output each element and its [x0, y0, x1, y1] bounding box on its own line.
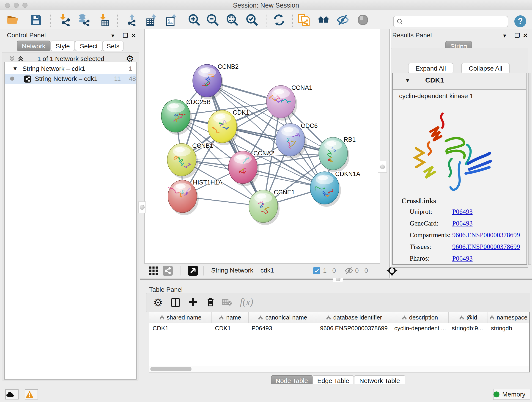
table-scrollbar-thumb[interactable] — [150, 367, 191, 371]
crosslinks-heading: CrossLinks — [401, 197, 436, 205]
birds-eye-view-icon[interactable] — [188, 266, 198, 276]
column-header[interactable]: shared name — [149, 312, 212, 323]
warnings-button[interactable] — [25, 389, 38, 400]
results-panel-float-icon[interactable]: ❒ — [515, 32, 520, 39]
crosslink-link[interactable]: 9606.ENSP00000378699 — [452, 243, 520, 250]
zoom-selected-icon[interactable] — [246, 13, 259, 26]
crosslinks-list: Uniprot: P06493 GeneCard: P06493 Compart… — [393, 208, 526, 268]
right-splitter-handle[interactable] — [378, 161, 387, 172]
delete-column-icon[interactable] — [206, 297, 215, 307]
hidden-counter: 0 - 0 — [355, 267, 368, 274]
open-session-icon[interactable] — [6, 13, 19, 26]
table-panel-title: Table Panel — [149, 286, 183, 293]
network-graph[interactable]: CCNB2CCNA1CDC25BCDK1CDC6RB1CCNB1CCNA2CDK… — [145, 29, 380, 263]
table-options-gear-icon[interactable]: ⚙ — [153, 296, 163, 309]
column-header[interactable]: @id — [449, 312, 488, 323]
network-node[interactable]: CCNE1 — [249, 189, 295, 225]
zoom-fit-icon[interactable] — [226, 13, 239, 26]
network-edge[interactable] — [207, 81, 263, 206]
export-network-icon[interactable] — [126, 13, 138, 26]
table-header-row: shared name name canonical name database… — [149, 312, 529, 323]
export-image-icon[interactable] — [165, 13, 178, 26]
left-splitter-handle[interactable] — [138, 201, 146, 213]
window-title: Session: New Session — [0, 2, 532, 9]
cloud-button[interactable] — [5, 389, 19, 400]
network-node-label: CDKN1A — [335, 171, 360, 177]
show-all-icon[interactable] — [356, 13, 369, 26]
tab-style[interactable]: Style — [51, 41, 75, 51]
selected-nodes-checkbox[interactable] — [313, 267, 320, 274]
add-column-icon[interactable] — [188, 297, 198, 307]
import-network-from-database-icon[interactable] — [77, 13, 90, 26]
control-panel-menu-icon[interactable]: ▾ — [111, 32, 114, 39]
column-header[interactable]: canonical name — [248, 312, 317, 323]
column-header[interactable]: namespace — [488, 312, 529, 323]
collection-expand-icon[interactable]: ▼ — [12, 65, 18, 72]
cdk1-title: CDK1 — [425, 76, 444, 84]
table-horizontal-scrollbar[interactable] — [149, 366, 529, 372]
crosslink-link[interactable]: 9606.ENSP00000378699 — [452, 231, 520, 239]
cdk1-collapse-icon[interactable]: ▼ — [405, 77, 411, 84]
network-node[interactable]: CCNB1 — [167, 142, 213, 179]
column-header[interactable]: name — [212, 312, 248, 323]
network-node-label: CCNA1 — [291, 84, 312, 91]
network-node-label: CCNA2 — [253, 150, 274, 157]
control-panel-close-icon[interactable]: ✕ — [131, 32, 136, 39]
collapse-all-button[interactable]: Collapse All — [461, 63, 510, 74]
save-session-icon[interactable] — [30, 13, 43, 26]
network-node[interactable]: CDC6 — [276, 122, 318, 159]
expand-all-button[interactable]: Expand All — [408, 63, 453, 74]
show-columns-icon[interactable] — [170, 297, 181, 308]
network-label: String Network – cdk1 — [35, 75, 98, 83]
network-view-icon[interactable] — [163, 266, 173, 276]
zoom-in-icon[interactable] — [188, 13, 201, 26]
network-collection-row[interactable]: ▼ String Network – cdk1 1 — [5, 64, 136, 74]
network-node-count: 11 — [114, 75, 121, 83]
search-input[interactable] — [405, 17, 505, 26]
grid-view-icon[interactable] — [148, 266, 158, 276]
results-panel-menu-icon[interactable]: ▾ — [503, 32, 506, 39]
table-row[interactable]: CDK1 CDK1 P06493 9606.ENSP00000378699 cy… — [149, 323, 529, 333]
control-panel-float-icon[interactable]: ❒ — [123, 32, 128, 39]
hide-selected-icon[interactable] — [336, 13, 349, 26]
network-row-selected[interactable]: String Network – cdk1 11 48 — [5, 74, 136, 84]
network-node[interactable]: CDKN1A — [310, 171, 360, 207]
table-toolbar: ⚙ f(x) — [146, 293, 530, 312]
network-status-dot — [10, 77, 14, 81]
collapse-all-networks-icon[interactable] — [8, 55, 16, 63]
tab-sets[interactable]: Sets — [103, 41, 123, 51]
expand-all-networks-icon[interactable] — [17, 55, 25, 63]
memory-button[interactable]: Memory — [493, 389, 530, 400]
clone-network-icon[interactable] — [298, 13, 310, 26]
zoom-out-icon[interactable] — [206, 13, 219, 26]
cloud-icon — [6, 391, 15, 398]
import-network-icon[interactable] — [59, 13, 71, 26]
refresh-icon[interactable] — [273, 13, 285, 26]
crosslink-link[interactable]: P06493 — [452, 255, 473, 262]
network-node-label: RB1 — [344, 136, 356, 143]
search-icon — [396, 18, 404, 26]
toolbar-separator — [266, 13, 266, 27]
column-header[interactable]: database identifier — [317, 312, 391, 323]
export-table-icon[interactable] — [145, 13, 158, 26]
results-panel-close-icon[interactable]: ✕ — [523, 32, 528, 39]
warning-icon — [25, 390, 34, 398]
crosslink-link[interactable]: P06493 — [452, 220, 473, 227]
network-canvas[interactable]: CCNB2CCNA1CDC25BCDK1CDC6RB1CCNB1CCNA2CDK… — [144, 29, 380, 264]
help-icon[interactable]: ? — [514, 15, 526, 27]
first-neighbors-icon[interactable] — [317, 13, 330, 26]
crosslink-link[interactable]: P06493 — [452, 208, 473, 216]
tab-network[interactable]: Network — [17, 41, 51, 51]
network-node[interactable]: CCNA1 — [266, 84, 312, 121]
control-panel-title: Control Panel — [7, 32, 46, 39]
results-scrollbar[interactable] — [528, 73, 531, 265]
hidden-elements-icon[interactable] — [345, 266, 353, 275]
network-node[interactable]: CDK1 — [208, 109, 249, 145]
import-table-icon[interactable] — [98, 13, 110, 26]
tab-select[interactable]: Select — [75, 41, 103, 51]
network-node[interactable]: RB1 — [319, 136, 356, 172]
collection-count: 1 — [129, 65, 133, 72]
column-header[interactable]: description — [391, 312, 449, 323]
network-node[interactable]: CCNB2 — [193, 63, 239, 99]
network-node[interactable]: HIST1H1A — [168, 179, 222, 215]
